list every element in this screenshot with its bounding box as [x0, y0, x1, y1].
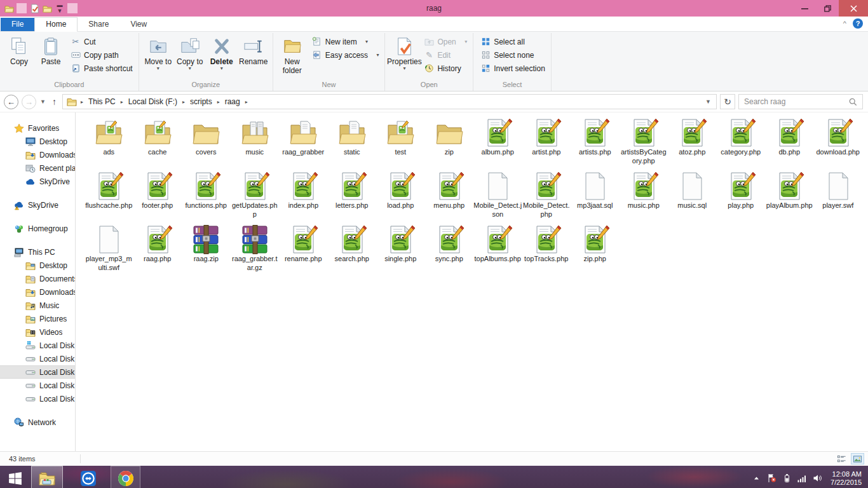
recent-locations-chevron[interactable]: ▼ — [39, 98, 46, 105]
open-button[interactable]: Open ▾ — [424, 36, 467, 48]
sidebar-item[interactable]: Pictures — [0, 312, 75, 325]
file-item[interactable]: atoz.php — [668, 118, 717, 169]
address-dropdown-chevron[interactable]: ▼ — [705, 98, 714, 105]
move-to-button[interactable]: Move to▾ — [142, 34, 174, 71]
file-item[interactable]: letters.php — [328, 171, 377, 222]
sidebar-item[interactable]: Local Disk (G:) — [0, 379, 75, 392]
breadcrumb-segment[interactable]: raag — [221, 96, 244, 107]
sidebar-item[interactable]: SkyDrive — [0, 198, 75, 212]
action-flag-icon[interactable] — [767, 473, 776, 483]
sidebar-item[interactable]: Favorites — [0, 121, 75, 135]
sidebar-item[interactable]: Local Disk (E:) — [0, 352, 75, 365]
file-item[interactable]: single.php — [376, 224, 425, 276]
file-item[interactable]: music — [231, 118, 280, 169]
file-item[interactable]: static — [328, 118, 377, 169]
file-item[interactable]: test — [376, 118, 425, 169]
volume-icon[interactable] — [813, 473, 822, 483]
easy-access-button[interactable]: Easy access ▾ — [312, 49, 379, 61]
file-item[interactable]: raag_grabber — [279, 118, 328, 169]
sidebar-item[interactable]: Local Disk (C:) — [0, 339, 75, 352]
cut-button[interactable]: ✂Cut — [71, 36, 133, 48]
file-item[interactable]: covers — [182, 118, 231, 169]
start-button[interactable] — [0, 466, 30, 488]
restore-button[interactable] — [816, 0, 839, 17]
file-item[interactable]: cache — [133, 118, 182, 169]
sidebar-item[interactable]: Videos — [0, 325, 75, 339]
breadcrumb-segment[interactable]: scripts — [186, 96, 216, 107]
file-item[interactable]: flushcache.php — [85, 171, 133, 222]
file-item[interactable]: album.php — [473, 118, 522, 169]
taskbar-clock[interactable]: 12:08 AM 7/22/2015 — [828, 470, 862, 487]
minimize-ribbon-icon[interactable]: ^ — [843, 20, 846, 27]
sidebar-item[interactable]: Desktop — [0, 259, 75, 272]
sidebar-item[interactable]: Music — [0, 299, 75, 312]
sidebar-item[interactable]: Desktop — [0, 135, 75, 148]
file-item[interactable]: search.php — [328, 224, 377, 276]
select-all-button[interactable]: Select all — [480, 36, 545, 48]
sidebar-item[interactable]: Homegroup — [0, 222, 75, 235]
paste-button[interactable]: Paste — [35, 34, 67, 66]
file-item[interactable]: artist.php — [522, 118, 571, 169]
file-item[interactable]: Mobile_Detect.json — [473, 171, 522, 222]
taskbar-teamviewer-button[interactable] — [73, 466, 103, 488]
forward-button[interactable]: → — [22, 95, 36, 109]
qat-check-icon[interactable] — [29, 3, 39, 13]
file-item[interactable]: raag.zip — [182, 224, 231, 276]
minimize-button[interactable] — [793, 0, 816, 17]
file-item[interactable]: db.php — [765, 118, 814, 169]
file-item[interactable]: mp3jaat.sql — [571, 171, 620, 222]
file-item[interactable]: player_mp3_multi.swf — [85, 224, 133, 276]
search-input[interactable]: Search raag — [738, 94, 863, 109]
signal-icon[interactable] — [797, 473, 807, 483]
taskbar-file-explorer-button[interactable] — [31, 466, 63, 488]
file-item[interactable]: music.php — [620, 171, 668, 222]
sidebar-item[interactable]: This PC — [0, 245, 75, 259]
close-button[interactable] — [839, 0, 868, 17]
file-item[interactable]: zip.php — [571, 224, 620, 276]
sidebar-item[interactable]: Recent places — [0, 161, 75, 175]
file-item[interactable]: topAlbums.php — [473, 224, 522, 276]
chevron-up-icon[interactable] — [752, 473, 761, 483]
file-item[interactable]: download.php — [814, 118, 863, 169]
properties-button[interactable]: Properties▾ — [388, 34, 420, 71]
sidebar-item[interactable]: Downloads — [0, 148, 75, 161]
file-item[interactable]: rename.php — [279, 224, 328, 276]
breadcrumb[interactable]: ▸ This PC ▸ Local Disk (F:) ▸ scripts ▸ … — [62, 94, 717, 109]
sidebar-item[interactable]: Network — [0, 416, 75, 429]
file-item[interactable]: functions.php — [182, 171, 231, 222]
copy-button[interactable]: Copy — [3, 34, 35, 66]
sidebar-item[interactable] — [0, 235, 75, 245]
sidebar-item[interactable]: Local Disk (F:) — [0, 365, 75, 379]
file-item[interactable]: artistsByCategory.php — [620, 118, 668, 169]
up-button[interactable]: ↑ — [50, 97, 59, 107]
invert-selection-button[interactable]: Invert selection — [480, 62, 545, 74]
sidebar-item[interactable]: Local Disk (H:) — [0, 392, 75, 405]
sidebar-item[interactable] — [0, 188, 75, 198]
breadcrumb-segment[interactable]: Local Disk (F:) — [125, 96, 181, 107]
delete-button[interactable]: Delete▾ — [206, 34, 238, 71]
file-item[interactable]: Mobile_Detect.php — [522, 171, 571, 222]
breadcrumb-segment[interactable]: This PC — [85, 96, 119, 107]
file-item[interactable]: raag_grabber.tar.gz — [231, 224, 280, 276]
paste-shortcut-button[interactable]: Paste shortcut — [71, 62, 133, 74]
qat-chevron-icon[interactable]: ▬▼ — [55, 3, 65, 13]
copy-to-button[interactable]: Copy to▾ — [174, 34, 206, 71]
sidebar-item[interactable]: Documents — [0, 272, 75, 285]
file-item[interactable]: sync.php — [425, 224, 474, 276]
tab-home[interactable]: Home — [34, 17, 78, 32]
battery-icon[interactable] — [782, 473, 792, 483]
back-button[interactable]: ← — [4, 95, 18, 109]
file-item[interactable]: footer.php — [133, 171, 182, 222]
rename-button[interactable]: Rename — [238, 34, 269, 66]
file-item[interactable]: topTracks.php — [522, 224, 571, 276]
qat-explorer-icon[interactable] — [4, 3, 14, 13]
file-item[interactable]: music.sql — [668, 171, 717, 222]
file-item[interactable]: raag.php — [133, 224, 182, 276]
file-item[interactable]: play.php — [717, 171, 766, 222]
file-item[interactable]: artists.php — [571, 118, 620, 169]
file-item[interactable]: index.php — [279, 171, 328, 222]
separator-icon[interactable] — [67, 3, 78, 13]
file-item[interactable]: player.swf — [814, 171, 863, 222]
refresh-button[interactable]: ↻ — [720, 94, 735, 109]
history-button[interactable]: History — [424, 62, 467, 74]
